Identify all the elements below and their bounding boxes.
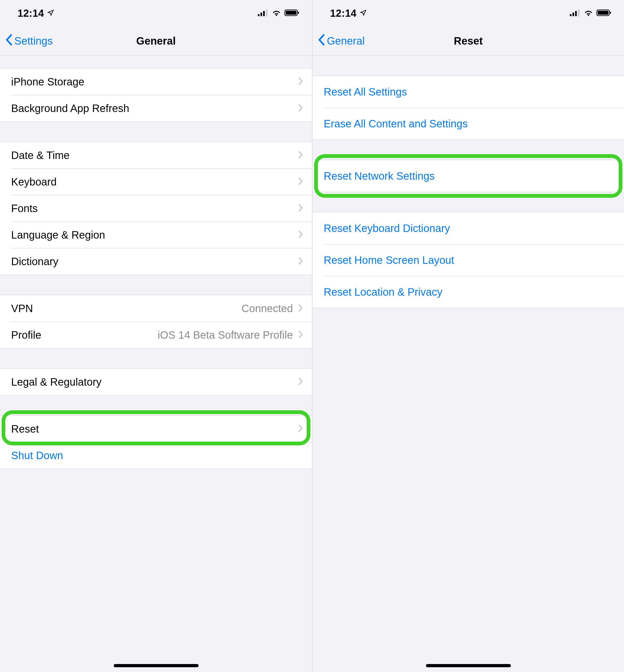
group-network: VPN Connected Profile iOS 14 Beta Softwa… xyxy=(0,295,312,348)
reset-screen: 12:14 General Reset xyxy=(312,0,624,672)
row-label: Fonts xyxy=(11,203,298,214)
group-legal: Legal & Regulatory xyxy=(0,369,312,396)
row-legal-regulatory[interactable]: Legal & Regulatory xyxy=(0,369,312,395)
row-label: Reset Home Screen Layout xyxy=(324,254,615,266)
svg-rect-8 xyxy=(572,12,574,16)
row-shut-down[interactable]: Shut Down xyxy=(0,442,312,469)
battery-icon xyxy=(596,9,612,17)
chevron-right-icon xyxy=(298,257,303,266)
row-dictionary[interactable]: Dictionary xyxy=(0,248,312,275)
group-localization: Date & Time Keyboard Fonts Language & Re… xyxy=(0,142,312,275)
row-profile[interactable]: Profile iOS 14 Beta Software Profile xyxy=(0,322,312,348)
svg-rect-3 xyxy=(266,9,267,16)
row-vpn[interactable]: VPN Connected xyxy=(0,295,312,322)
home-indicator xyxy=(114,664,199,667)
row-label: Reset xyxy=(11,423,298,435)
row-label: Erase All Content and Settings xyxy=(324,118,615,130)
row-reset-keyboard-dictionary[interactable]: Reset Keyboard Dictionary xyxy=(313,212,624,244)
svg-rect-1 xyxy=(260,12,262,16)
chevron-right-icon xyxy=(298,424,303,433)
chevron-right-icon xyxy=(298,77,303,86)
row-reset-network-settings[interactable]: Reset Network Settings xyxy=(313,160,624,192)
row-erase-all[interactable]: Erase All Content and Settings xyxy=(313,108,624,140)
cellular-signal-icon xyxy=(258,9,268,17)
general-settings-screen: 12:14 Settings General xyxy=(0,0,312,672)
group-reset-all: Reset All Settings Erase All Content and… xyxy=(313,76,624,140)
row-reset-all-settings[interactable]: Reset All Settings xyxy=(313,76,624,108)
row-keyboard[interactable]: Keyboard xyxy=(0,168,312,195)
row-reset[interactable]: Reset xyxy=(0,415,312,442)
chevron-right-icon xyxy=(298,304,303,313)
row-detail: iOS 14 Beta Software Profile xyxy=(158,329,293,341)
content: Reset All Settings Erase All Content and… xyxy=(313,56,624,672)
chevron-right-icon xyxy=(298,231,303,239)
back-button[interactable]: General xyxy=(313,34,365,48)
row-detail: Connected xyxy=(242,302,293,315)
group-reset-network: Reset Network Settings xyxy=(313,160,624,192)
row-label: VPN xyxy=(11,302,242,315)
row-label: Reset Keyboard Dictionary xyxy=(324,222,615,234)
back-button[interactable]: Settings xyxy=(0,34,53,48)
nav-bar: Settings General xyxy=(0,27,312,56)
row-reset-home-screen-layout[interactable]: Reset Home Screen Layout xyxy=(313,244,624,276)
row-label: Shut Down xyxy=(11,450,303,461)
svg-rect-10 xyxy=(578,9,579,16)
row-label: Language & Region xyxy=(11,229,298,241)
row-iphone-storage[interactable]: iPhone Storage xyxy=(0,69,312,95)
home-indicator xyxy=(426,664,511,667)
row-background-app-refresh[interactable]: Background App Refresh xyxy=(0,95,312,122)
row-label: Date & Time xyxy=(11,150,298,161)
nav-bar: General Reset xyxy=(313,27,624,56)
back-label: Settings xyxy=(14,35,53,47)
group-reset: Reset Shut Down xyxy=(0,415,312,469)
row-label: Dictionary xyxy=(11,256,298,268)
chevron-right-icon xyxy=(298,177,303,186)
location-icon xyxy=(47,9,54,17)
wifi-icon xyxy=(271,9,281,17)
chevron-left-icon xyxy=(5,34,13,48)
row-date-time[interactable]: Date & Time xyxy=(0,142,312,168)
chevron-right-icon xyxy=(298,104,303,113)
chevron-right-icon xyxy=(298,377,303,386)
svg-rect-9 xyxy=(575,11,577,16)
group-reset-other: Reset Keyboard Dictionary Reset Home Scr… xyxy=(313,212,624,308)
svg-rect-5 xyxy=(286,11,296,15)
row-label: Reset Location & Privacy xyxy=(324,286,615,298)
cellular-signal-icon xyxy=(570,9,580,17)
svg-rect-12 xyxy=(598,11,608,15)
row-label: Profile xyxy=(11,329,158,341)
row-language-region[interactable]: Language & Region xyxy=(0,222,312,248)
svg-rect-0 xyxy=(258,14,259,16)
row-label: Reset All Settings xyxy=(324,86,615,98)
row-label: Keyboard xyxy=(11,176,298,188)
content: iPhone Storage Background App Refresh Da… xyxy=(0,56,312,672)
chevron-left-icon xyxy=(317,34,325,48)
row-fonts[interactable]: Fonts xyxy=(0,195,312,222)
svg-rect-6 xyxy=(298,12,299,14)
row-label: Background App Refresh xyxy=(11,103,298,114)
chevron-right-icon xyxy=(298,151,303,160)
chevron-right-icon xyxy=(298,330,303,340)
wifi-icon xyxy=(583,9,593,17)
row-label: Legal & Regulatory xyxy=(11,376,298,388)
row-reset-location-privacy[interactable]: Reset Location & Privacy xyxy=(313,276,624,308)
svg-rect-13 xyxy=(610,12,611,14)
status-time: 12:14 xyxy=(330,8,357,19)
chevron-right-icon xyxy=(298,204,303,213)
location-icon xyxy=(360,9,367,17)
back-label: General xyxy=(327,35,365,47)
battery-icon xyxy=(284,9,300,17)
row-label: Reset Network Settings xyxy=(324,170,615,182)
group-storage: iPhone Storage Background App Refresh xyxy=(0,69,312,122)
status-bar: 12:14 xyxy=(0,0,312,27)
row-label: iPhone Storage xyxy=(11,76,298,88)
status-bar: 12:14 xyxy=(313,0,624,27)
status-time: 12:14 xyxy=(18,8,44,19)
svg-rect-7 xyxy=(570,14,571,16)
svg-rect-2 xyxy=(263,11,265,16)
